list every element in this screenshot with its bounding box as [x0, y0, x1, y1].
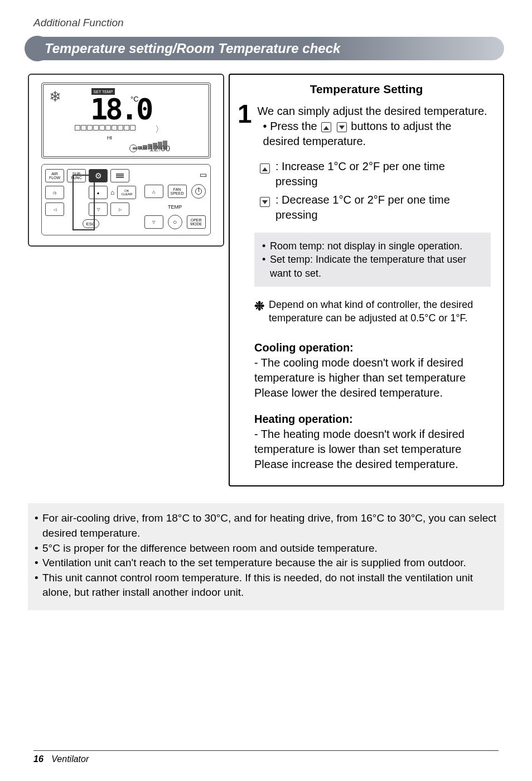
display-temp-unit: °C: [130, 95, 139, 103]
instruction-panel: Temperature Setting 1 We can simply adju…: [229, 74, 504, 486]
intro-bullet-prefix: Press the: [270, 120, 317, 132]
chevron-right-icon: 〉: [155, 124, 164, 136]
fan-speed-label: FAN SPEED: [168, 185, 187, 198]
heating-head: Heating operation:: [254, 412, 491, 427]
note-2: 5°C is proper for the difference between…: [42, 541, 497, 556]
nav-left-button: ◁: [45, 203, 64, 216]
page-footer: 16 Ventilator: [33, 750, 499, 764]
vent-icon: [116, 173, 124, 178]
remote-buttons-panel: AIR FLOW SUB FUNC ⚙ ◷ ▲ ⌂ OK CLEAR ◁ ▽ ▷: [41, 164, 211, 235]
ok-clear-button: OK CLEAR: [117, 186, 136, 199]
nav-right-button: ▷: [110, 203, 129, 216]
cooling-body: - The cooling mode doesn't work if desir…: [254, 355, 491, 401]
fan-down-button: ▽: [144, 215, 163, 229]
heating-operation: Heating operation: - The heating mode do…: [254, 412, 491, 472]
remote-illustration: ❄ SET TEMP 18.0 °C 〉 HI AM 12:00 AIR FLO…: [28, 74, 224, 247]
intro-text: We can simply adjust the desired tempera…: [258, 104, 489, 119]
remote-display: ❄ SET TEMP 18.0 °C 〉 HI AM 12:00: [41, 83, 211, 158]
clock-value: 12:00: [149, 143, 171, 153]
temp-label: TEMP: [168, 204, 182, 210]
temp-up-icon: [260, 163, 270, 173]
air-flow-button: AIR FLOW: [45, 169, 64, 182]
bottom-notes-box: •For air-cooling drive, from 18°C to 30°…: [28, 503, 504, 610]
clock-icon: [129, 144, 137, 152]
decrease-text: : Decrease 1°C or 2°F per one time press…: [275, 192, 489, 223]
short-dash-icon: ▭: [200, 170, 207, 179]
breadcrumb: Additional Function: [0, 0, 532, 32]
reference-mark-icon: ❉: [254, 298, 269, 325]
display-temp-value: 18.0: [90, 93, 151, 126]
step-number: 1: [238, 104, 258, 149]
airflow-indicator: 〉: [75, 125, 158, 135]
temp-down-icon: [260, 197, 270, 207]
note-1: For air-cooling drive, from 18°C to 30°C…: [42, 511, 497, 541]
footnote-text: Depend on what kind of controller, the d…: [269, 298, 491, 325]
power-button: [191, 184, 206, 199]
gear-icon: ⚙: [95, 172, 102, 180]
heating-body: - The heating mode doesn't work if desir…: [254, 427, 491, 472]
hi-label: HI: [107, 135, 112, 141]
timer-button: ◷: [45, 186, 64, 199]
document-name: Ventilator: [51, 754, 89, 764]
oper-mode-label: OPER MODE: [187, 215, 206, 229]
page-number: 16: [33, 754, 43, 764]
step-1: 1 We can simply adjust the desired tempe…: [230, 104, 503, 149]
temp-buttons-highlight-box: [72, 175, 95, 230]
intro-bullet: • Press the buttons to adjust the desire…: [258, 119, 489, 149]
note-3: Ventilation unit can't reach to the set …: [42, 556, 497, 571]
set-temp-note: Set temp: Indicate the temperature that …: [270, 253, 483, 280]
cooling-operation: Cooling operation: - The cooling mode do…: [254, 340, 491, 401]
room-temp-note: Room temp: not display in single operati…: [270, 239, 462, 253]
fan-up-button: △: [144, 185, 163, 198]
display-clock: AM 12:00: [129, 143, 170, 153]
note-4: This unit cannot control room temperatur…: [42, 571, 497, 600]
vent-button: [110, 169, 129, 182]
temp-down-icon: [337, 122, 347, 132]
power-icon: [195, 188, 202, 195]
home-icon: ⌂: [110, 189, 114, 196]
snowflake-icon: ❄: [49, 88, 61, 105]
note-graybox: •Room temp: not display in single operat…: [254, 233, 491, 287]
titlebar-bar: Temperature setting/Room Temperature che…: [37, 37, 504, 60]
titlebar-text: Temperature setting/Room Temperature che…: [45, 41, 340, 56]
panel-title: Temperature Setting: [230, 75, 503, 104]
increase-decrease-block: : Increase 1°C or 2°F per one time press…: [230, 149, 503, 223]
cooling-head: Cooling operation:: [254, 340, 491, 355]
footnote: ❉ Depend on what kind of controller, the…: [254, 298, 491, 325]
temp-up-icon: [321, 122, 331, 132]
am-label: AM: [139, 146, 147, 151]
section-title-bar: Temperature setting/Room Temperature che…: [28, 37, 504, 61]
mode-cycle-button: ○: [168, 215, 182, 229]
increase-text: : Increase 1°C or 2°F per one time press…: [275, 159, 489, 189]
clock-icon: ◷: [53, 191, 56, 195]
